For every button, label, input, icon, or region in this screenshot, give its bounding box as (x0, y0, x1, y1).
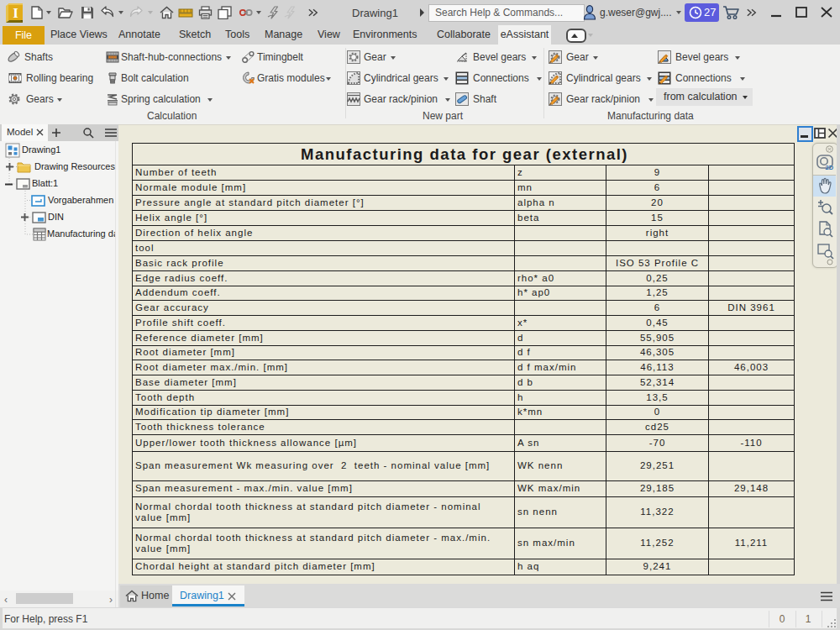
svg-text:2D: 2D (826, 164, 834, 171)
svg-text:I: I (13, 5, 18, 21)
